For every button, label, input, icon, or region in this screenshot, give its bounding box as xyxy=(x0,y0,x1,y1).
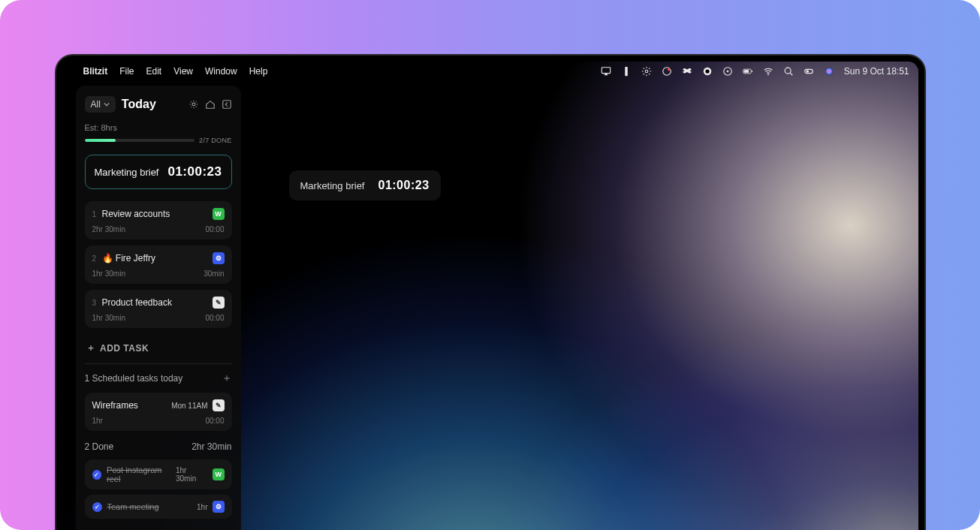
scheduled-task-estimate: 1hr xyxy=(92,417,103,425)
progress-count: 2/7 DONE xyxy=(199,137,231,144)
battery-icon[interactable] xyxy=(743,66,753,77)
svg-point-3 xyxy=(645,70,648,73)
record-status-icon[interactable] xyxy=(662,66,672,77)
add-task-button[interactable]: ＋ ADD TASK xyxy=(85,334,232,363)
task-name: 🔥 Fire Jeffry xyxy=(102,253,155,263)
dropbox-icon[interactable] xyxy=(682,66,692,77)
task-estimate: 1hr 30min xyxy=(92,314,125,322)
floating-timer-value: 01:00:23 xyxy=(378,179,429,192)
svg-point-9 xyxy=(726,71,728,73)
current-task-card[interactable]: Marketing brief 01:00:23 xyxy=(85,155,232,189)
task-number: 2 xyxy=(92,254,97,263)
app-badge-icon: ⚙ xyxy=(213,501,225,513)
svg-rect-20 xyxy=(222,101,231,109)
svg-rect-0 xyxy=(602,68,610,74)
done-task-name: Team meeting xyxy=(107,502,159,511)
collapse-icon[interactable] xyxy=(222,99,232,110)
add-task-label: ADD TASK xyxy=(100,343,149,354)
task-card[interactable]: 3Product feedback✎1hr 30min00:00 xyxy=(85,290,232,328)
svg-point-17 xyxy=(806,70,809,73)
scheduled-task-time: Mon 11AM xyxy=(171,402,207,410)
scheduled-section-header: 1 Scheduled tasks today xyxy=(85,373,183,384)
wifi-icon[interactable] xyxy=(763,66,773,77)
current-task-timer: 01:00:23 xyxy=(167,164,222,179)
checkmark-icon xyxy=(92,502,102,512)
list-filter-chip[interactable]: All xyxy=(85,96,116,113)
menu-view[interactable]: View xyxy=(173,66,193,77)
menu-window[interactable]: Window xyxy=(205,66,237,77)
chevron-down-icon xyxy=(104,101,110,107)
floating-timer-widget[interactable]: Marketing brief 01:00:23 xyxy=(289,170,441,200)
filter-label: All xyxy=(91,99,101,110)
menu-edit[interactable]: Edit xyxy=(146,66,162,77)
done-section-total: 2hr 30min xyxy=(191,441,231,452)
scheduled-task-name: Wireframes xyxy=(92,400,138,411)
checkmark-icon xyxy=(92,470,102,480)
floating-timer-task-name: Marketing brief xyxy=(300,180,365,191)
menu-help[interactable]: Help xyxy=(249,66,268,77)
home-icon[interactable] xyxy=(205,99,216,110)
app-badge-icon: W xyxy=(213,468,224,480)
app-sidebar-window: All Today Est: 8hrs 2/7 DONE xyxy=(76,86,241,530)
done-task-card[interactable]: Post instagram reel1hr 30minW xyxy=(85,459,232,489)
add-scheduled-button[interactable]: ＋ xyxy=(222,372,232,385)
app-name[interactable]: Blitzit xyxy=(83,66,108,77)
scheduled-task-card[interactable]: Wireframes Mon 11AM ✎ 1hr 00:00 xyxy=(85,393,232,431)
spotlight-search-icon[interactable] xyxy=(783,66,794,77)
svg-point-5 xyxy=(668,68,671,71)
task-elapsed: 30min xyxy=(204,270,224,278)
svg-point-14 xyxy=(785,68,791,74)
done-task-card[interactable]: Team meeting1hr⚙ xyxy=(85,495,232,519)
page-title: Today xyxy=(122,98,156,111)
siri-icon[interactable] xyxy=(824,66,834,77)
task-elapsed: 00:00 xyxy=(205,314,224,322)
task-card[interactable]: 1Review accountsW2hr 30min00:00 xyxy=(85,201,232,239)
scheduled-task-elapsed: 00:00 xyxy=(205,417,224,425)
estimate-label: Est: 8hrs xyxy=(85,123,232,132)
done-task-name: Post instagram reel xyxy=(107,465,176,483)
task-card[interactable]: 2🔥 Fire Jeffry⚙1hr 30min30min xyxy=(85,245,232,284)
status-icon-1[interactable] xyxy=(621,66,632,77)
settings-icon[interactable] xyxy=(188,99,199,110)
svg-rect-2 xyxy=(625,67,628,76)
svg-rect-12 xyxy=(752,71,752,72)
svg-rect-11 xyxy=(744,70,749,73)
app-badge-icon: ✎ xyxy=(213,297,225,309)
svg-point-19 xyxy=(192,103,195,106)
task-elapsed: 00:00 xyxy=(205,225,224,233)
control-center-icon[interactable] xyxy=(804,66,814,77)
menu-file[interactable]: File xyxy=(119,66,134,77)
divider xyxy=(85,363,232,364)
svg-point-18 xyxy=(825,68,834,76)
plus-icon: ＋ xyxy=(86,342,96,354)
app-badge-icon: ✎ xyxy=(213,399,225,411)
task-estimate: 1hr 30min xyxy=(92,270,125,278)
done-section-header: 2 Done xyxy=(85,441,114,452)
task-number: 1 xyxy=(92,210,97,218)
status-icon-3[interactable] xyxy=(722,66,733,77)
done-task-duration: 1hr xyxy=(197,503,207,511)
current-task-name: Marketing brief xyxy=(95,167,159,178)
airplay-icon[interactable] xyxy=(601,66,611,77)
menubar-clock[interactable]: Sun 9 Oct 18:51 xyxy=(844,66,909,77)
app-badge-icon: ⚙ xyxy=(213,252,225,264)
svg-point-7 xyxy=(705,69,709,73)
app-badge-icon: W xyxy=(213,208,225,220)
done-task-duration: 1hr 30min xyxy=(176,466,208,483)
progress-bar xyxy=(85,139,195,142)
task-name: Product feedback xyxy=(102,297,172,308)
task-number: 3 xyxy=(92,299,97,307)
settings-gear-icon[interactable] xyxy=(641,66,652,77)
svg-line-15 xyxy=(790,73,792,75)
status-icon-2[interactable] xyxy=(702,66,713,77)
task-estimate: 2hr 30min xyxy=(92,225,125,233)
svg-point-13 xyxy=(767,74,769,76)
task-name: Review accounts xyxy=(102,209,170,219)
